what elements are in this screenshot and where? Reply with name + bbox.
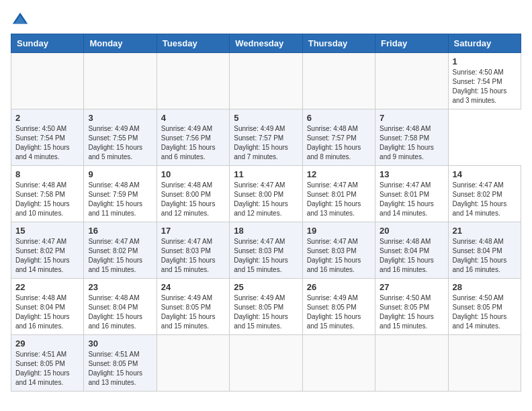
day-header-friday: Friday: [375, 34, 448, 53]
day-cell-14: 14 Sunrise: 4:47 AMSunset: 8:02 PMDaylig…: [448, 166, 521, 222]
day-number: 18: [234, 226, 298, 236]
day-info: Sunrise: 4:48 AMSunset: 8:04 PMDaylight:…: [380, 237, 443, 275]
day-cell-6: 6 Sunrise: 4:48 AMSunset: 7:57 PMDayligh…: [302, 109, 375, 166]
day-number: 4: [161, 113, 225, 123]
day-cell-9: 9 Sunrise: 4:48 AMSunset: 7:59 PMDayligh…: [84, 166, 157, 222]
day-info: Sunrise: 4:50 AMSunset: 7:54 PMDaylight:…: [15, 124, 79, 162]
day-header-sunday: Sunday: [11, 34, 84, 53]
day-header-thursday: Thursday: [302, 34, 375, 53]
day-cell-24: 24 Sunrise: 4:49 AMSunset: 8:05 PMDaylig…: [157, 279, 229, 335]
empty-cell: [375, 335, 448, 392]
day-info: Sunrise: 4:48 AMSunset: 8:04 PMDaylight:…: [88, 293, 152, 331]
day-number: 1: [453, 56, 517, 66]
week-row-5: 22 Sunrise: 4:48 AMSunset: 8:04 PMDaylig…: [11, 279, 521, 335]
day-info: Sunrise: 4:47 AMSunset: 8:01 PMDaylight:…: [307, 181, 371, 218]
day-number: 29: [15, 338, 79, 349]
day-cell-8: 8 Sunrise: 4:48 AMSunset: 7:58 PMDayligh…: [11, 166, 84, 222]
day-cell-27: 27 Sunrise: 4:50 AMSunset: 8:05 PMDaylig…: [375, 279, 448, 335]
day-info: Sunrise: 4:51 AMSunset: 8:05 PMDaylight:…: [15, 350, 79, 387]
day-cell-30: 30 Sunrise: 4:51 AMSunset: 8:05 PMDaylig…: [84, 335, 157, 392]
page-header: [11, 11, 521, 30]
day-number: 17: [161, 226, 225, 236]
day-number: 12: [307, 169, 371, 179]
day-info: Sunrise: 4:48 AMSunset: 8:04 PMDaylight:…: [15, 293, 79, 331]
day-info: Sunrise: 4:49 AMSunset: 8:05 PMDaylight:…: [307, 293, 371, 331]
day-info: Sunrise: 4:48 AMSunset: 7:58 PMDaylight:…: [15, 181, 79, 218]
day-cell-13: 13 Sunrise: 4:47 AMSunset: 8:01 PMDaylig…: [375, 166, 448, 222]
day-number: 19: [307, 226, 371, 236]
day-number: 2: [15, 113, 79, 123]
day-cell-25: 25 Sunrise: 4:49 AMSunset: 8:05 PMDaylig…: [230, 279, 302, 335]
week-row-6: 29 Sunrise: 4:51 AMSunset: 8:05 PMDaylig…: [11, 335, 521, 392]
day-number: 11: [234, 169, 298, 179]
logo: [11, 11, 32, 30]
day-info: Sunrise: 4:48 AMSunset: 8:04 PMDaylight:…: [453, 237, 517, 275]
day-number: 15: [15, 226, 79, 236]
day-info: Sunrise: 4:48 AMSunset: 7:57 PMDaylight:…: [307, 124, 371, 162]
day-number: 27: [380, 282, 443, 292]
day-cell-12: 12 Sunrise: 4:47 AMSunset: 8:01 PMDaylig…: [302, 166, 375, 222]
empty-cell: [230, 335, 302, 392]
empty-cell: [448, 335, 521, 392]
day-cell-16: 16 Sunrise: 4:47 AMSunset: 8:02 PMDaylig…: [84, 222, 157, 279]
day-number: 22: [15, 282, 79, 292]
day-cell-26: 26 Sunrise: 4:49 AMSunset: 8:05 PMDaylig…: [302, 279, 375, 335]
day-cell-15: 15 Sunrise: 4:47 AMSunset: 8:02 PMDaylig…: [11, 222, 84, 279]
empty-cell: [302, 335, 375, 392]
empty-cell: [157, 335, 229, 392]
day-number: 3: [88, 113, 152, 123]
day-number: 8: [15, 169, 79, 179]
day-cell-23: 23 Sunrise: 4:48 AMSunset: 8:04 PMDaylig…: [84, 279, 157, 335]
day-cell-1: 1 Sunrise: 4:50 AMSunset: 7:54 PMDayligh…: [448, 53, 521, 109]
day-cell-2: 2 Sunrise: 4:50 AMSunset: 7:54 PMDayligh…: [11, 109, 84, 166]
day-cell-4: 4 Sunrise: 4:49 AMSunset: 7:56 PMDayligh…: [157, 109, 229, 166]
day-header-wednesday: Wednesday: [230, 34, 302, 53]
day-info: Sunrise: 4:51 AMSunset: 8:05 PMDaylight:…: [88, 350, 152, 387]
day-cell-10: 10 Sunrise: 4:48 AMSunset: 8:00 PMDaylig…: [157, 166, 229, 222]
day-number: 20: [380, 226, 443, 236]
day-cell-17: 17 Sunrise: 4:47 AMSunset: 8:03 PMDaylig…: [157, 222, 229, 279]
day-info: Sunrise: 4:47 AMSunset: 8:02 PMDaylight:…: [453, 181, 517, 218]
day-info: Sunrise: 4:47 AMSunset: 8:02 PMDaylight:…: [88, 237, 152, 275]
day-header-monday: Monday: [84, 34, 157, 53]
day-number: 23: [88, 282, 152, 292]
day-cell-18: 18 Sunrise: 4:47 AMSunset: 8:03 PMDaylig…: [230, 222, 302, 279]
day-cell-20: 20 Sunrise: 4:48 AMSunset: 8:04 PMDaylig…: [375, 222, 448, 279]
day-info: Sunrise: 4:48 AMSunset: 7:58 PMDaylight:…: [380, 124, 443, 162]
day-info: Sunrise: 4:50 AMSunset: 7:54 PMDaylight:…: [453, 68, 517, 105]
calendar: SundayMondayTuesdayWednesdayThursdayFrid…: [11, 34, 521, 392]
day-info: Sunrise: 4:47 AMSunset: 8:02 PMDaylight:…: [15, 237, 79, 275]
day-cell-19: 19 Sunrise: 4:47 AMSunset: 8:03 PMDaylig…: [302, 222, 375, 279]
day-cell-21: 21 Sunrise: 4:48 AMSunset: 8:04 PMDaylig…: [448, 222, 521, 279]
day-info: Sunrise: 4:49 AMSunset: 7:56 PMDaylight:…: [161, 124, 225, 162]
empty-cell: [230, 53, 302, 109]
day-cell-7: 7 Sunrise: 4:48 AMSunset: 7:58 PMDayligh…: [375, 109, 448, 166]
day-number: 10: [161, 169, 225, 179]
day-cell-22: 22 Sunrise: 4:48 AMSunset: 8:04 PMDaylig…: [11, 279, 84, 335]
day-info: Sunrise: 4:49 AMSunset: 7:55 PMDaylight:…: [88, 124, 152, 162]
day-info: Sunrise: 4:47 AMSunset: 8:03 PMDaylight:…: [161, 237, 225, 275]
logo-icon: [11, 11, 30, 30]
day-info: Sunrise: 4:49 AMSunset: 8:05 PMDaylight:…: [161, 293, 225, 331]
week-row-4: 15 Sunrise: 4:47 AMSunset: 8:02 PMDaylig…: [11, 222, 521, 279]
day-number: 26: [307, 282, 371, 292]
day-info: Sunrise: 4:50 AMSunset: 8:05 PMDaylight:…: [380, 293, 443, 331]
day-info: Sunrise: 4:49 AMSunset: 8:05 PMDaylight:…: [234, 293, 298, 331]
day-info: Sunrise: 4:48 AMSunset: 7:59 PMDaylight:…: [88, 181, 152, 218]
day-number: 7: [380, 113, 443, 123]
day-info: Sunrise: 4:48 AMSunset: 8:00 PMDaylight:…: [161, 181, 225, 218]
day-info: Sunrise: 4:47 AMSunset: 8:03 PMDaylight:…: [234, 237, 298, 275]
day-number: 30: [88, 338, 152, 349]
empty-cell: [84, 53, 157, 109]
day-info: Sunrise: 4:49 AMSunset: 7:57 PMDaylight:…: [234, 124, 298, 162]
calendar-header-row: SundayMondayTuesdayWednesdayThursdayFrid…: [11, 34, 521, 53]
day-number: 28: [453, 282, 517, 292]
day-cell-29: 29 Sunrise: 4:51 AMSunset: 8:05 PMDaylig…: [11, 335, 84, 392]
empty-cell: [375, 53, 448, 109]
empty-cell: [157, 53, 229, 109]
day-number: 9: [88, 169, 152, 179]
day-info: Sunrise: 4:47 AMSunset: 8:03 PMDaylight:…: [307, 237, 371, 275]
day-number: 6: [307, 113, 371, 123]
day-info: Sunrise: 4:47 AMSunset: 8:00 PMDaylight:…: [234, 181, 298, 218]
week-row-3: 8 Sunrise: 4:48 AMSunset: 7:58 PMDayligh…: [11, 166, 521, 222]
